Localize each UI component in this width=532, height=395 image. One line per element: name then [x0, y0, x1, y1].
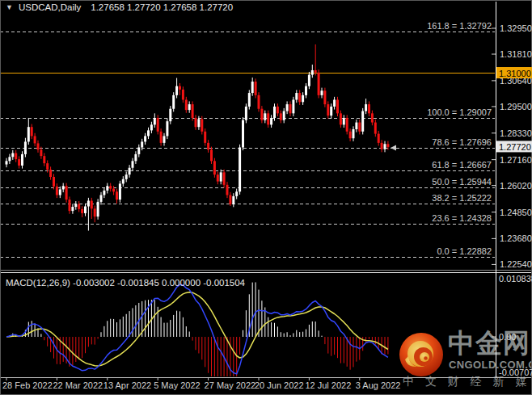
fib-label-78.6: 78.6 = 1.27696 [432, 137, 492, 147]
candle-body [330, 107, 332, 116]
candle-body [169, 109, 171, 121]
candle-body [318, 73, 320, 95]
candle-body [56, 187, 58, 195]
price-tick-label: 1.31810 [500, 49, 532, 59]
candle-body [321, 90, 323, 95]
date-tick-label[interactable]: 27 May 2022 [205, 380, 256, 390]
candle-body [248, 93, 251, 107]
candle-body [59, 189, 61, 195]
candle-body [273, 107, 276, 118]
candle-body [251, 82, 254, 93]
candle-body [277, 107, 279, 113]
date-tick-label[interactable]: 20 Jun 2022 [255, 380, 304, 390]
date-tick-label[interactable]: 22 Mar 2022 [53, 380, 103, 390]
candle-body [374, 123, 377, 134]
candle-body [327, 104, 329, 116]
fib-label-23.6: 23.6 = 1.24328 [432, 213, 492, 223]
candle-body [226, 185, 229, 195]
candle-body [74, 204, 77, 207]
candle-body [365, 104, 367, 111]
candle-body [154, 118, 156, 124]
candle-body [103, 191, 105, 195]
candle-body [91, 200, 93, 208]
candle-body [195, 118, 197, 127]
macd-main-line [6, 284, 388, 374]
candle-body [295, 93, 298, 99]
symbol-timeframe: USDCAD,Daily [19, 2, 81, 12]
candle-body [53, 177, 55, 187]
price-tick-label: 1.28330 [500, 128, 532, 138]
candle-body [264, 113, 266, 120]
candle-body [21, 154, 23, 166]
candle-body [308, 75, 310, 86]
candle-body [286, 104, 289, 111]
candle-body [355, 123, 357, 129]
candle-body [175, 86, 178, 95]
price-tick-label: 1.32950 [500, 23, 532, 33]
candle-body [166, 121, 168, 136]
candle-body [97, 202, 99, 216]
candle-body [141, 141, 143, 147]
candle-body [192, 104, 194, 118]
candle-body [323, 90, 326, 104]
date-tick-label[interactable]: 3 Aug 2022 [356, 380, 401, 390]
candle-body [87, 200, 90, 206]
candle-body [289, 104, 292, 113]
candle-body [109, 186, 112, 188]
fib-label-61.8: 61.8 = 1.26667 [432, 160, 492, 170]
candle-body [134, 154, 137, 161]
date-tick-label[interactable]: 13 Apr 2022 [103, 380, 151, 390]
candle-body [11, 153, 14, 157]
current-price-badge-label: 1.27720 [499, 142, 531, 152]
candle-body [384, 144, 386, 149]
candles-layer [6, 44, 397, 231]
candle-body [378, 134, 380, 143]
candle-body [31, 127, 33, 136]
candle-body [204, 132, 206, 143]
date-axis: 28 Feb 202222 Mar 202213 Apr 20225 May 2… [2, 377, 400, 390]
candle-body [62, 186, 65, 189]
candle-body [258, 95, 260, 109]
candle-body [270, 118, 272, 124]
candle-body [182, 90, 184, 100]
down-triangle-icon: ▼ [6, 3, 13, 11]
candle-body [132, 161, 134, 167]
candle-body [340, 113, 342, 124]
chart-canvas[interactable]: 161.8 = 1.32792100.0 = 1.2900778.6 = 1.2… [0, 0, 532, 395]
candle-body [160, 132, 163, 143]
candle-body [188, 104, 191, 110]
candle-body [81, 209, 83, 213]
candle-body [386, 144, 389, 147]
candle-body [6, 161, 8, 164]
price-axis: 1.329501.318101.306401.295001.283301.271… [492, 2, 532, 377]
candle-body [217, 174, 219, 181]
date-tick-label[interactable]: 28 Feb 2022 [2, 380, 53, 390]
candle-body [349, 132, 352, 138]
candle-body [78, 204, 80, 209]
macd-readout: MACD(12,26,9) -0.003002 -0.001845 0.0000… [6, 278, 245, 288]
candle-body [27, 127, 30, 141]
candle-body [220, 172, 222, 181]
candle-body [245, 107, 247, 120]
candle-body [353, 129, 355, 138]
candle-body [255, 82, 257, 95]
candle-body [260, 109, 263, 120]
candle-body [24, 141, 27, 153]
candle-body [197, 119, 200, 127]
candle-body [15, 153, 17, 159]
candle-body [298, 93, 301, 102]
candle-body [280, 113, 282, 120]
date-tick-label[interactable]: 12 Jul 2022 [305, 380, 351, 390]
price-tick-label: 1.23680 [500, 233, 532, 243]
candle-body [315, 70, 317, 73]
candle-body [361, 111, 364, 132]
candle-body [210, 149, 213, 161]
candle-body [232, 196, 234, 204]
candle-body [223, 172, 226, 184]
candle-body [129, 168, 131, 174]
date-tick-label[interactable]: 5 May 2022 [154, 380, 200, 390]
candle-body [229, 195, 231, 204]
candle-body [112, 189, 115, 192]
candle-body [65, 186, 68, 200]
price-tick-label: 1.22540 [500, 259, 532, 269]
